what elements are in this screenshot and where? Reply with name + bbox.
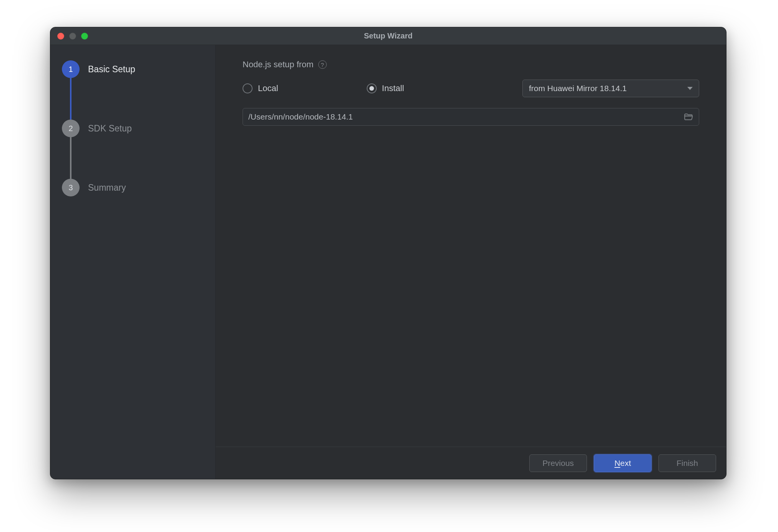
radio-label: Local [258, 83, 278, 93]
traffic-lights [57, 33, 88, 40]
radio-install[interactable]: Install [367, 83, 404, 93]
install-path-field[interactable] [243, 108, 699, 126]
close-icon[interactable] [57, 33, 64, 40]
window-body: 1 Basic Setup 2 SDK Setup 3 Summary Nod [50, 45, 726, 479]
help-icon[interactable]: ? [318, 60, 327, 69]
step-number: 3 [62, 179, 80, 196]
radio-label: Install [382, 83, 404, 93]
folder-open-icon[interactable] [683, 112, 693, 122]
button-label: Previous [542, 459, 574, 468]
titlebar: Setup Wizard [50, 27, 726, 45]
zoom-icon[interactable] [81, 33, 88, 40]
content: Node.js setup from ? Local Install [216, 45, 726, 447]
step-sdk-setup[interactable]: 2 SDK Setup [62, 120, 204, 137]
install-path-input[interactable] [248, 112, 678, 121]
step-connector [70, 137, 71, 179]
step-number: 1 [62, 60, 80, 78]
radio-outer [367, 83, 377, 93]
radio-outer [243, 83, 253, 93]
section-title-row: Node.js setup from ? [243, 60, 699, 70]
step-summary[interactable]: 3 Summary [62, 179, 204, 196]
step-label: SDK Setup [88, 123, 132, 134]
radio-row: Local Install from Huawei Mirror 18.14.1 [243, 80, 699, 97]
step-label: Basic Setup [88, 64, 135, 75]
install-source-select[interactable]: from Huawei Mirror 18.14.1 [522, 80, 699, 97]
next-button[interactable]: Next [594, 454, 652, 472]
previous-button[interactable]: Previous [529, 454, 587, 472]
main-panel: Node.js setup from ? Local Install [216, 45, 726, 479]
button-label: Finish [677, 459, 698, 468]
step-label: Summary [88, 183, 126, 193]
step-connector [70, 78, 71, 120]
window-title: Setup Wizard [50, 32, 726, 40]
setup-wizard-window: Setup Wizard 1 Basic Setup 2 SDK Setup 3… [50, 27, 726, 479]
sidebar: 1 Basic Setup 2 SDK Setup 3 Summary [50, 45, 216, 479]
step-number: 2 [62, 120, 80, 137]
step-basic-setup[interactable]: 1 Basic Setup [62, 60, 204, 78]
finish-button[interactable]: Finish [658, 454, 716, 472]
section-title: Node.js setup from [243, 60, 314, 70]
footer: Previous Next Finish [216, 447, 726, 479]
select-value: from Huawei Mirror 18.14.1 [529, 84, 627, 93]
steps-list: 1 Basic Setup 2 SDK Setup 3 Summary [62, 60, 204, 196]
minimize-icon[interactable] [69, 33, 76, 40]
chevron-down-icon [687, 87, 693, 90]
button-label: Next [614, 459, 631, 468]
radio-local[interactable]: Local [243, 83, 278, 93]
